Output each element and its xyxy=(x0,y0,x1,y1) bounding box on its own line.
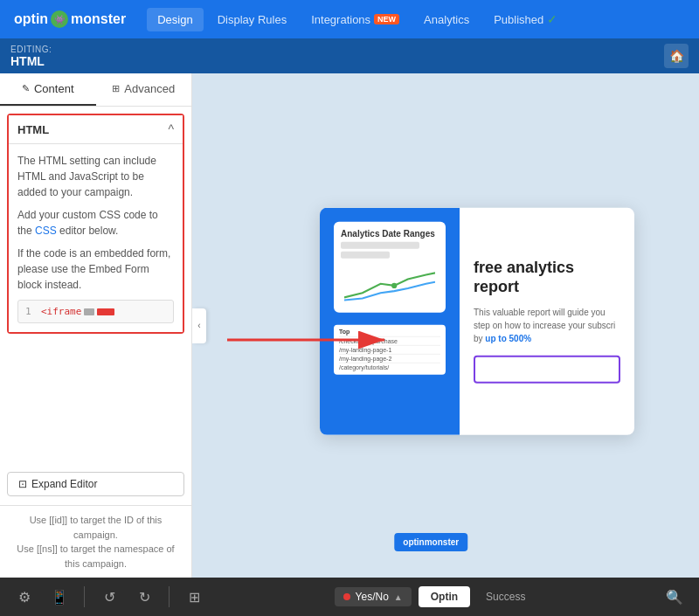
mobile-button[interactable]: 📱 xyxy=(45,583,73,611)
new-badge: NEW xyxy=(374,14,399,24)
code-content: <iframe xyxy=(41,306,166,317)
line-number: 1 xyxy=(25,306,38,317)
grid-icon: ⊞ xyxy=(112,83,120,94)
card-headline: free analytics report xyxy=(474,259,620,296)
logo: optin👾monster xyxy=(14,10,126,28)
code-tag: <iframe xyxy=(41,306,81,317)
code-editor[interactable]: 1 <iframe xyxy=(17,300,174,323)
html-desc-2: Add your custom CSS code to the CSS edit… xyxy=(17,207,174,239)
html-desc-3: If the code is an embedded form, please … xyxy=(17,246,174,293)
optin-button[interactable]: Optin xyxy=(419,586,470,607)
om-brand-label: optinmonster xyxy=(394,533,467,551)
home-button[interactable]: 🏠 xyxy=(664,44,689,68)
tab-advanced-label: Advanced xyxy=(124,82,175,95)
separator-1 xyxy=(84,586,85,607)
html-desc-1: The HTML setting can include HTML and Ja… xyxy=(17,153,174,200)
nav-published[interactable]: Published ✓ xyxy=(483,7,568,31)
expand-label: Expand Editor xyxy=(31,478,97,490)
editing-bar: EDITING: HTML 🏠 xyxy=(0,38,699,73)
nav-integrations[interactable]: Integrations NEW xyxy=(301,8,410,31)
yesno-chevron-icon: ▲ xyxy=(394,592,403,602)
nav-analytics[interactable]: Analytics xyxy=(413,8,480,31)
nav-display-rules[interactable]: Display Rules xyxy=(207,8,297,31)
chart-svg xyxy=(344,265,435,301)
html-panel-body: The HTML setting can include HTML and Ja… xyxy=(9,144,183,332)
pencil-icon: ✎ xyxy=(22,83,30,94)
sidebar-tabs: ✎ Content ⊞ Advanced xyxy=(0,73,191,107)
search-button[interactable]: 🔍 xyxy=(661,583,689,611)
tab-content[interactable]: ✎ Content xyxy=(0,73,96,106)
editing-info: EDITING: HTML xyxy=(10,45,52,68)
nav-design[interactable]: Design xyxy=(147,8,203,31)
card-desc: This valuable report will guide you step… xyxy=(474,305,620,344)
card-highlight: up to 500% xyxy=(485,333,531,343)
css-link[interactable]: CSS xyxy=(35,225,57,237)
footer-line-2: Use [[ns]] to target the namespace of th… xyxy=(9,542,183,571)
undo-button[interactable]: ↺ xyxy=(95,583,123,611)
collapse-handle[interactable]: ‹ xyxy=(192,308,206,343)
tab-advanced[interactable]: ⊞ Advanced xyxy=(96,73,192,106)
sidebar-content: HTML ^ The HTML setting can include HTML… xyxy=(0,107,191,463)
card-input-box[interactable] xyxy=(474,355,620,383)
success-button[interactable]: Success xyxy=(477,586,534,607)
code-square-2 xyxy=(97,308,114,315)
panel-collapse-button[interactable]: ^ xyxy=(168,122,174,136)
published-check-icon: ✓ xyxy=(547,12,557,26)
footer-line-1: Use [[id]] to target the ID of this camp… xyxy=(9,513,183,542)
analytics-bar-2 xyxy=(341,251,390,258)
sidebar: ✎ Content ⊞ Advanced HTML ^ The HTML set… xyxy=(0,73,192,578)
analytics-bar-1 xyxy=(341,241,419,248)
sidebar-footer: Use [[id]] to target the ID of this camp… xyxy=(0,505,191,578)
tab-content-label: Content xyxy=(34,82,74,95)
settings-button[interactable]: ⚙ xyxy=(10,583,38,611)
expand-editor-button[interactable]: ⊡ Expand Editor xyxy=(7,472,184,496)
embed-button[interactable]: ⊞ xyxy=(180,583,208,611)
main-layout: ✎ Content ⊞ Advanced HTML ^ The HTML set… xyxy=(0,73,699,578)
logo-monster-icon: 👾 xyxy=(51,10,68,28)
redo-button[interactable]: ↻ xyxy=(130,583,158,611)
svg-point-2 xyxy=(391,282,397,287)
editing-name: HTML xyxy=(10,54,52,68)
code-square-1 xyxy=(84,308,94,315)
yesno-dot xyxy=(343,593,350,600)
yesno-label: Yes/No xyxy=(356,591,389,603)
analytics-img-title: Analytics Date Ranges xyxy=(341,228,439,238)
card-right: free analytics report This valuable repo… xyxy=(460,207,634,434)
html-panel-header: HTML ^ xyxy=(9,115,183,144)
logo-text: optin👾monster xyxy=(14,10,126,28)
expand-icon: ⊡ xyxy=(18,478,27,490)
chart-area xyxy=(341,261,439,305)
separator-2 xyxy=(169,586,170,607)
html-panel: HTML ^ The HTML setting can include HTML… xyxy=(7,114,184,334)
top-navigation: optin👾monster Design Display Rules Integ… xyxy=(0,0,699,38)
red-arrow xyxy=(227,305,402,375)
yesno-button[interactable]: Yes/No ▲ xyxy=(335,587,412,606)
analytics-image: Analytics Date Ranges xyxy=(334,221,446,312)
html-panel-title: HTML xyxy=(17,123,49,136)
preview-area: ‹ Analytics Date Ranges xyxy=(192,73,699,578)
nav-links: Design Display Rules Integrations NEW An… xyxy=(147,7,685,31)
nav-published-label: Published xyxy=(494,13,543,26)
bottom-bar: ⚙ 📱 ↺ ↻ ⊞ Yes/No ▲ Optin Success 🔍 xyxy=(0,578,699,616)
nav-integrations-label: Integrations xyxy=(311,13,370,26)
editing-label: EDITING: xyxy=(10,45,52,54)
